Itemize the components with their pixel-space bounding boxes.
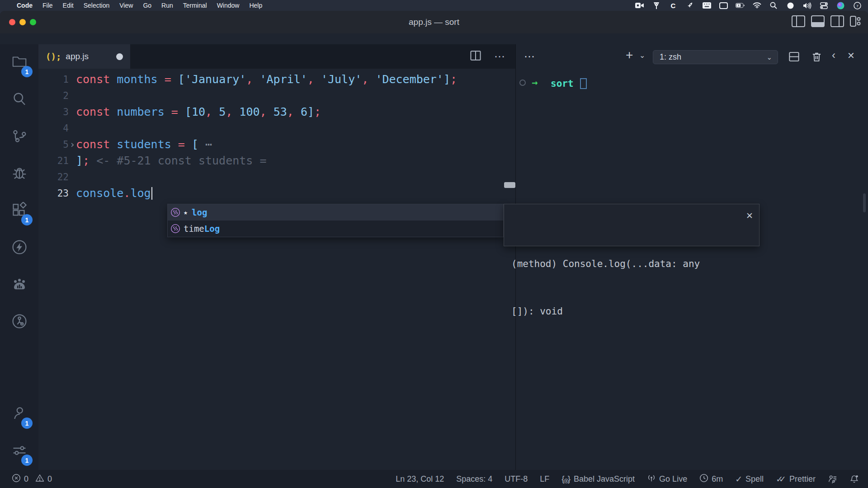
language-label: Babel JavaScript	[574, 474, 635, 484]
problems-status[interactable]: 0 0	[0, 474, 56, 485]
explorer-badge: 1	[21, 66, 33, 77]
code-line-21[interactable]: 21]; <- #5-21 const students =	[38, 153, 515, 169]
prettier-status[interactable]: ✓✓ Prettier	[776, 474, 816, 484]
menu-view[interactable]: View	[114, 2, 138, 9]
go-live-label: Go Live	[659, 474, 687, 484]
sidebar-item-settings[interactable]: 1	[0, 433, 38, 470]
indentation-status[interactable]: Spaces: 4	[456, 474, 492, 484]
fold-column	[69, 185, 76, 202]
keyboard-icon[interactable]	[702, 1, 711, 9]
close-panel-icon[interactable]: ✕	[847, 50, 855, 61]
c-logo-icon[interactable]: C	[669, 1, 678, 9]
encoding-status[interactable]: UTF-8	[505, 474, 528, 484]
panel-more-actions-icon[interactable]: ⋯	[524, 50, 535, 63]
sidebar-item-source-control[interactable]	[0, 118, 38, 155]
record-dot-icon[interactable]	[786, 1, 795, 9]
line-number: 22	[38, 169, 69, 185]
menu-go[interactable]: Go	[138, 2, 156, 9]
kill-terminal-trash-icon[interactable]	[811, 51, 822, 64]
volume-icon[interactable]	[802, 1, 811, 9]
feedback-person-icon[interactable]	[828, 474, 837, 484]
new-terminal-icon[interactable]: +	[626, 48, 633, 62]
menu-window[interactable]: Window	[212, 2, 245, 9]
menu-file[interactable]: File	[38, 2, 58, 9]
editor-scrollbar-handle[interactable]	[504, 182, 515, 188]
siri-icon[interactable]	[836, 1, 845, 9]
code-line-22[interactable]: 22	[38, 169, 515, 185]
language-mode-status[interactable]: {} Babel JavaScript	[561, 474, 635, 484]
sidebar-item-search[interactable]	[0, 81, 38, 118]
code-editor[interactable]: 1const months = ['January', 'April', 'Ju…	[38, 69, 515, 470]
stage-manager-icon[interactable]	[719, 1, 728, 9]
zoom-window-button[interactable]	[30, 19, 36, 25]
code-line-3[interactable]: 3const numbers = [10, 5, 100, 53, 6];	[38, 104, 515, 120]
preselect-star-icon: ★	[184, 208, 192, 216]
menu-terminal[interactable]: Terminal	[178, 2, 212, 9]
fold-chevron-icon[interactable]: ›	[69, 136, 76, 153]
code-line-2[interactable]: 2	[38, 88, 515, 104]
minimize-window-button[interactable]	[19, 19, 26, 25]
battery-icon[interactable]	[736, 1, 745, 9]
timer-clock-icon[interactable]: 7	[853, 1, 862, 9]
editor-group: (); app.js ⋯ 1const months = ['January',…	[38, 44, 515, 470]
menu-code[interactable]: Code	[12, 2, 38, 9]
code-line-4[interactable]: 4	[38, 120, 515, 136]
control-center-icon[interactable]	[819, 1, 828, 9]
vscode-window: app.js — sort 1	[0, 11, 868, 488]
eol-status[interactable]: LF	[540, 474, 549, 484]
sidebar-item-paw-stats[interactable]	[0, 267, 38, 304]
customize-layout-icon[interactable]	[850, 15, 861, 29]
wifi-icon[interactable]	[752, 1, 761, 9]
timer-status[interactable]: 6m	[699, 474, 723, 485]
sidebar-item-extensions[interactable]: 1	[0, 192, 38, 230]
sidebar-item-thunder-client[interactable]	[0, 230, 38, 267]
editor-more-actions-icon[interactable]: ⋯	[494, 50, 505, 63]
video-camera-icon[interactable]	[635, 1, 644, 9]
sidebar-item-fork-extension[interactable]	[0, 304, 38, 341]
menu-selection[interactable]: Selection	[79, 2, 115, 9]
menu-help[interactable]: Help	[244, 2, 267, 9]
code-line-23[interactable]: 23console.log	[38, 185, 515, 202]
sidebar-item-accounts[interactable]: 1	[0, 396, 38, 433]
split-terminal-icon[interactable]	[788, 51, 800, 64]
spell-label: Spell	[745, 474, 764, 484]
menu-run[interactable]: Run	[156, 2, 178, 9]
sidebar-item-run-debug[interactable]	[0, 155, 38, 192]
sidebar-item-explorer[interactable]: 1	[0, 44, 38, 81]
menu-edit[interactable]: Edit	[58, 2, 79, 9]
suggest-details-popup: ✕ (method) Console.log(...data: any []):…	[504, 204, 760, 246]
fold-column	[69, 153, 76, 169]
warning-icon	[35, 474, 44, 485]
suggest-item-timelog[interactable]: timeLog	[168, 221, 503, 237]
panel-chevron-left-icon[interactable]: ‹	[832, 49, 835, 61]
suggest-item-log[interactable]: ★ log	[168, 204, 503, 221]
command-decoration-icon[interactable]	[519, 80, 526, 86]
terminal-profile-select[interactable]: 1: zsh ⌄	[653, 50, 778, 64]
svg-text:7: 7	[856, 4, 859, 8]
close-window-button[interactable]	[9, 19, 15, 25]
cleanshot-icon[interactable]	[652, 1, 661, 9]
tab-app-js[interactable]: (); app.js	[38, 44, 130, 69]
close-icon[interactable]: ✕	[746, 208, 753, 224]
window-titlebar[interactable]: app.js — sort	[0, 11, 868, 33]
spotlight-search-icon[interactable]	[769, 1, 778, 9]
cursor-position-status[interactable]: Ln 23, Col 12	[396, 474, 444, 484]
rocket-icon[interactable]	[685, 1, 694, 9]
toggle-panel-icon[interactable]	[811, 15, 825, 29]
code-line-5[interactable]: 5›const students = [ ⋯	[38, 136, 515, 153]
modified-dot-icon[interactable]	[116, 53, 123, 60]
notifications-bell-icon[interactable]	[849, 474, 859, 484]
check-icon: ✓	[735, 474, 742, 484]
toggle-primary-sidebar-icon[interactable]	[792, 15, 805, 29]
javascript-file-icon: ();	[46, 52, 61, 61]
go-live-status[interactable]: Go Live	[647, 474, 687, 485]
split-editor-icon[interactable]	[470, 50, 481, 63]
spell-checker-status[interactable]: ✓ Spell	[735, 474, 764, 484]
method-icon	[170, 224, 180, 234]
code-line-1[interactable]: 1const months = ['January', 'April', 'Ju…	[38, 71, 515, 88]
suggest-label-match: Log	[204, 224, 220, 234]
toggle-secondary-sidebar-icon[interactable]	[830, 15, 844, 29]
new-terminal-dropdown-icon[interactable]: ⌄	[639, 51, 645, 60]
terminal-scrollbar[interactable]	[863, 193, 866, 212]
warning-count: 0	[47, 474, 52, 484]
